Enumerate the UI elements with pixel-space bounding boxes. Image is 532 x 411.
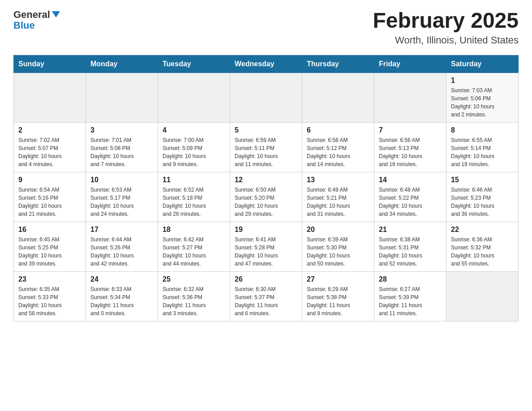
day-number: 7 — [379, 126, 442, 134]
calendar-subtitle: Worth, Illinois, United States — [373, 34, 519, 46]
day-number: 15 — [451, 176, 514, 184]
day-info: Sunrise: 6:44 AM Sunset: 5:26 PM Dayligh… — [90, 235, 153, 268]
table-row: 24Sunrise: 6:33 AM Sunset: 5:34 PM Dayli… — [86, 271, 158, 321]
day-number: 20 — [307, 226, 369, 234]
table-row: 28Sunrise: 6:27 AM Sunset: 5:39 PM Dayli… — [374, 271, 446, 321]
day-number: 18 — [163, 226, 225, 234]
table-row: 2Sunrise: 7:02 AM Sunset: 5:07 PM Daylig… — [14, 122, 86, 172]
day-number: 24 — [90, 275, 153, 283]
day-info: Sunrise: 7:00 AM Sunset: 5:09 PM Dayligh… — [163, 136, 225, 168]
table-row: 7Sunrise: 6:56 AM Sunset: 5:13 PM Daylig… — [374, 122, 446, 172]
day-info: Sunrise: 6:54 AM Sunset: 5:16 PM Dayligh… — [18, 186, 81, 218]
table-row: 25Sunrise: 6:32 AM Sunset: 5:36 PM Dayli… — [158, 271, 230, 321]
table-row: 5Sunrise: 6:59 AM Sunset: 5:11 PM Daylig… — [230, 122, 302, 172]
day-number: 2 — [18, 126, 81, 134]
table-row: 4Sunrise: 7:00 AM Sunset: 5:09 PM Daylig… — [158, 122, 230, 172]
day-number: 10 — [90, 176, 153, 184]
day-info: Sunrise: 6:33 AM Sunset: 5:34 PM Dayligh… — [90, 285, 153, 317]
day-number: 14 — [379, 176, 442, 184]
day-number: 17 — [90, 226, 153, 234]
week-row-1: 1Sunrise: 7:03 AM Sunset: 5:06 PM Daylig… — [14, 73, 519, 122]
day-info: Sunrise: 6:42 AM Sunset: 5:27 PM Dayligh… — [163, 235, 225, 268]
day-info: Sunrise: 6:48 AM Sunset: 5:22 PM Dayligh… — [379, 186, 442, 218]
day-info: Sunrise: 6:38 AM Sunset: 5:31 PM Dayligh… — [379, 235, 442, 268]
table-row: 10Sunrise: 6:53 AM Sunset: 5:17 PM Dayli… — [86, 172, 158, 222]
day-number: 26 — [235, 275, 297, 283]
week-row-4: 16Sunrise: 6:45 AM Sunset: 5:25 PM Dayli… — [14, 222, 519, 271]
table-row: 8Sunrise: 6:55 AM Sunset: 5:14 PM Daylig… — [446, 122, 519, 172]
table-row: 17Sunrise: 6:44 AM Sunset: 5:26 PM Dayli… — [86, 222, 158, 271]
calendar-header-row: Sunday Monday Tuesday Wednesday Thursday… — [14, 55, 519, 73]
table-row — [158, 73, 230, 122]
day-number: 8 — [451, 126, 514, 134]
day-info: Sunrise: 6:30 AM Sunset: 5:37 PM Dayligh… — [235, 285, 297, 317]
table-row — [374, 73, 446, 122]
day-info: Sunrise: 6:46 AM Sunset: 5:23 PM Dayligh… — [451, 186, 514, 218]
table-row — [302, 73, 374, 122]
day-info: Sunrise: 6:45 AM Sunset: 5:25 PM Dayligh… — [18, 235, 81, 268]
table-row: 6Sunrise: 6:58 AM Sunset: 5:12 PM Daylig… — [302, 122, 374, 172]
day-number: 4 — [163, 126, 225, 134]
day-number: 16 — [18, 226, 81, 234]
table-row: 15Sunrise: 6:46 AM Sunset: 5:23 PM Dayli… — [446, 172, 519, 222]
table-row — [230, 73, 302, 122]
col-saturday: Saturday — [446, 55, 519, 73]
day-number: 11 — [163, 176, 225, 184]
col-friday: Friday — [374, 55, 446, 73]
table-row: 21Sunrise: 6:38 AM Sunset: 5:31 PM Dayli… — [374, 222, 446, 271]
table-row: 9Sunrise: 6:54 AM Sunset: 5:16 PM Daylig… — [14, 172, 86, 222]
day-info: Sunrise: 7:03 AM Sunset: 5:06 PM Dayligh… — [451, 86, 514, 119]
day-number: 25 — [163, 275, 225, 283]
day-number: 12 — [235, 176, 297, 184]
day-info: Sunrise: 6:39 AM Sunset: 5:30 PM Dayligh… — [307, 235, 369, 268]
table-row: 27Sunrise: 6:29 AM Sunset: 5:38 PM Dayli… — [302, 271, 374, 321]
calendar-title: February 2025 — [373, 9, 519, 33]
day-info: Sunrise: 7:01 AM Sunset: 5:08 PM Dayligh… — [90, 136, 153, 168]
table-row: 19Sunrise: 6:41 AM Sunset: 5:28 PM Dayli… — [230, 222, 302, 271]
day-number: 13 — [307, 176, 369, 184]
table-row — [446, 271, 519, 321]
day-number: 6 — [307, 126, 369, 134]
day-number: 5 — [235, 126, 297, 134]
day-info: Sunrise: 6:50 AM Sunset: 5:20 PM Dayligh… — [235, 186, 297, 218]
day-info: Sunrise: 6:36 AM Sunset: 5:32 PM Dayligh… — [451, 235, 514, 268]
calendar-table: Sunday Monday Tuesday Wednesday Thursday… — [13, 55, 519, 321]
calendar-title-block: February 2025 Worth, Illinois, United St… — [373, 9, 519, 46]
logo-blue-text: Blue — [13, 20, 35, 31]
day-number: 22 — [451, 226, 514, 234]
day-number: 1 — [451, 77, 514, 85]
day-number: 3 — [90, 126, 153, 134]
table-row: 11Sunrise: 6:52 AM Sunset: 5:18 PM Dayli… — [158, 172, 230, 222]
day-info: Sunrise: 6:55 AM Sunset: 5:14 PM Dayligh… — [451, 136, 514, 168]
table-row: 13Sunrise: 6:49 AM Sunset: 5:21 PM Dayli… — [302, 172, 374, 222]
table-row — [86, 73, 158, 122]
table-row: 1Sunrise: 7:03 AM Sunset: 5:06 PM Daylig… — [446, 73, 519, 122]
week-row-2: 2Sunrise: 7:02 AM Sunset: 5:07 PM Daylig… — [14, 122, 519, 172]
day-info: Sunrise: 6:49 AM Sunset: 5:21 PM Dayligh… — [307, 186, 369, 218]
logo-general-text: General — [13, 9, 50, 21]
table-row: 18Sunrise: 6:42 AM Sunset: 5:27 PM Dayli… — [158, 222, 230, 271]
svg-marker-0 — [52, 11, 60, 17]
day-info: Sunrise: 6:59 AM Sunset: 5:11 PM Dayligh… — [235, 136, 297, 168]
col-thursday: Thursday — [302, 55, 374, 73]
table-row: 20Sunrise: 6:39 AM Sunset: 5:30 PM Dayli… — [302, 222, 374, 271]
table-row: 26Sunrise: 6:30 AM Sunset: 5:37 PM Dayli… — [230, 271, 302, 321]
week-row-5: 23Sunrise: 6:35 AM Sunset: 5:33 PM Dayli… — [14, 271, 519, 321]
table-row — [14, 73, 86, 122]
table-row: 23Sunrise: 6:35 AM Sunset: 5:33 PM Dayli… — [14, 271, 86, 321]
day-info: Sunrise: 6:58 AM Sunset: 5:12 PM Dayligh… — [307, 136, 369, 168]
day-info: Sunrise: 6:35 AM Sunset: 5:33 PM Dayligh… — [18, 285, 81, 317]
table-row: 16Sunrise: 6:45 AM Sunset: 5:25 PM Dayli… — [14, 222, 86, 271]
logo: General Blue — [13, 9, 60, 31]
day-info: Sunrise: 6:53 AM Sunset: 5:17 PM Dayligh… — [90, 186, 153, 218]
day-info: Sunrise: 6:56 AM Sunset: 5:13 PM Dayligh… — [379, 136, 442, 168]
day-number: 23 — [18, 275, 81, 283]
week-row-3: 9Sunrise: 6:54 AM Sunset: 5:16 PM Daylig… — [14, 172, 519, 222]
col-wednesday: Wednesday — [230, 55, 302, 73]
day-info: Sunrise: 6:29 AM Sunset: 5:38 PM Dayligh… — [307, 285, 369, 317]
day-info: Sunrise: 6:27 AM Sunset: 5:39 PM Dayligh… — [379, 285, 442, 317]
day-number: 27 — [307, 275, 369, 283]
logo-arrow-icon — [52, 11, 60, 17]
day-number: 19 — [235, 226, 297, 234]
table-row: 3Sunrise: 7:01 AM Sunset: 5:08 PM Daylig… — [86, 122, 158, 172]
